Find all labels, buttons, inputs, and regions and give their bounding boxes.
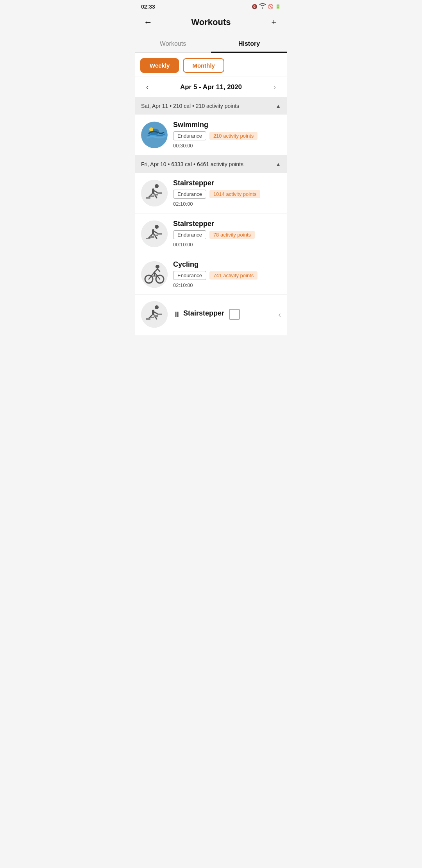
workout-tags-cycling: Endurance 741 activity points	[173, 271, 281, 280]
svg-rect-19	[146, 238, 150, 239]
tag-points-stairstepper-1: 1014 activity points	[209, 190, 261, 198]
status-icons: 🔇 🚫 🔋	[252, 3, 281, 10]
svg-point-3	[141, 180, 168, 206]
svg-rect-40	[150, 317, 154, 318]
tag-points-stairstepper-2: 78 activity points	[209, 231, 255, 239]
checkbox-icon[interactable]	[229, 309, 240, 320]
workout-avatar-stairstepper-2	[141, 221, 168, 247]
day-header-fri-apr10: Fri, Apr 10 • 6333 cal • 6461 activity p…	[135, 155, 287, 173]
workout-item-stairstepper-3-partial[interactable]: ⏸ Stairstepper ‹	[135, 295, 287, 336]
svg-rect-9	[146, 197, 150, 199]
tag-endurance-cycling: Endurance	[173, 271, 206, 280]
svg-rect-10	[150, 195, 154, 197]
svg-point-24	[156, 265, 159, 269]
tag-points-swimming: 210 activity points	[209, 132, 257, 140]
svg-point-14	[155, 225, 159, 229]
date-range-text: Apr 5 - Apr 11, 2020	[180, 83, 242, 91]
workout-tags-stairstepper-1: Endurance 1014 activity points	[173, 190, 281, 199]
svg-point-2	[149, 127, 153, 131]
workout-name-swimming: Swimming	[173, 121, 281, 129]
workout-tags-stairstepper-2: Endurance 78 activity points	[173, 230, 281, 239]
page-title: Workouts	[191, 17, 231, 27]
svg-point-34	[155, 305, 159, 309]
svg-rect-42	[157, 314, 162, 315]
svg-rect-22	[157, 233, 162, 235]
workout-duration-stairstepper-2: 00:10:00	[173, 242, 281, 247]
prev-date-button[interactable]: ‹	[142, 82, 153, 91]
tabs: Workouts History	[135, 35, 287, 53]
day-header-sat-apr11: Sat, Apr 11 • 210 cal • 210 activity poi…	[135, 97, 287, 115]
status-bar: 02:33 🔇 🚫 🔋	[135, 0, 287, 11]
block-icon: 🚫	[268, 4, 274, 9]
tag-endurance-stairstepper-1: Endurance	[173, 190, 206, 199]
weekly-filter-button[interactable]: Weekly	[140, 58, 179, 73]
tag-endurance-swimming: Endurance	[173, 131, 206, 140]
back-arrow-icon[interactable]: ‹	[278, 310, 281, 319]
workout-avatar-stairstepper-3	[141, 301, 168, 328]
tag-points-cycling: 741 activity points	[209, 271, 257, 280]
next-date-button[interactable]: ›	[269, 82, 280, 91]
workout-avatar-cycling	[141, 261, 168, 288]
workout-duration-stairstepper-1: 02:10:00	[173, 201, 281, 207]
svg-point-13	[141, 221, 168, 247]
workout-item-swimming[interactable]: Swimming Endurance 210 activity points 0…	[135, 115, 287, 155]
workout-info-stairstepper-2: Stairstepper Endurance 78 activity point…	[173, 220, 281, 247]
workout-name-cycling: Cycling	[173, 260, 281, 269]
wifi-icon	[259, 3, 266, 10]
pause-icon: ⏸	[173, 310, 181, 319]
workout-name-stairstepper-1: Stairstepper	[173, 179, 281, 187]
workout-duration-swimming: 00:30:00	[173, 143, 281, 149]
workout-avatar-stairstepper-1	[141, 180, 168, 206]
workout-tags-swimming: Endurance 210 activity points	[173, 131, 281, 140]
workout-name-stairstepper-2: Stairstepper	[173, 220, 281, 228]
svg-rect-39	[146, 318, 150, 320]
battery-icon: 🔋	[275, 4, 281, 9]
workout-info-stairstepper-3: ⏸ Stairstepper ‹	[173, 309, 281, 320]
tab-history[interactable]: History	[211, 35, 287, 52]
day-label-sat: Sat, Apr 11 • 210 cal • 210 activity poi…	[141, 103, 239, 109]
svg-rect-12	[157, 192, 162, 194]
svg-rect-20	[150, 236, 154, 238]
monthly-filter-button[interactable]: Monthly	[183, 58, 224, 73]
workout-info-cycling: Cycling Endurance 741 activity points 02…	[173, 260, 281, 288]
workout-name-stairstepper-3: Stairstepper	[183, 309, 224, 317]
svg-rect-41	[154, 315, 158, 317]
workout-avatar-swimming	[141, 122, 168, 148]
svg-rect-21	[154, 235, 158, 236]
svg-point-4	[155, 184, 159, 188]
tab-workouts[interactable]: Workouts	[135, 35, 211, 52]
day-label-fri: Fri, Apr 10 • 6333 cal • 6461 activity p…	[141, 161, 243, 167]
expand-sat-button[interactable]	[275, 102, 281, 110]
workout-info-swimming: Swimming Endurance 210 activity points 0…	[173, 121, 281, 149]
tag-endurance-stairstepper-2: Endurance	[173, 230, 206, 239]
status-time: 02:33	[141, 4, 155, 10]
filter-row: Weekly Monthly	[135, 53, 287, 77]
svg-rect-11	[154, 194, 158, 195]
mute-icon: 🔇	[252, 4, 257, 9]
svg-point-33	[141, 301, 168, 328]
workout-item-stairstepper-1[interactable]: Stairstepper Endurance 1014 activity poi…	[135, 173, 287, 213]
workout-item-cycling[interactable]: Cycling Endurance 741 activity points 02…	[135, 254, 287, 295]
expand-fri-button[interactable]	[275, 160, 281, 168]
back-button[interactable]: ←	[141, 15, 155, 29]
workout-item-stairstepper-2[interactable]: Stairstepper Endurance 78 activity point…	[135, 213, 287, 254]
add-button[interactable]: +	[267, 15, 281, 29]
app-bar: ← Workouts +	[135, 11, 287, 35]
date-range: ‹ Apr 5 - Apr 11, 2020 ›	[135, 77, 287, 97]
workout-duration-cycling: 02:10:00	[173, 282, 281, 288]
workout-info-stairstepper-1: Stairstepper Endurance 1014 activity poi…	[173, 179, 281, 207]
